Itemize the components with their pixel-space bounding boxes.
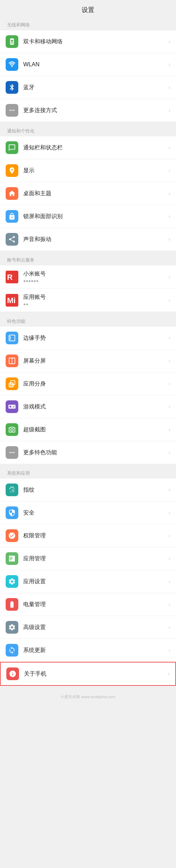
- svg-rect-3: [12, 42, 13, 44]
- item-update[interactable]: 系统更新 ›: [0, 639, 176, 662]
- sound-icon: [6, 233, 18, 246]
- item-security-label: 安全: [23, 509, 166, 517]
- desktop-icon: [6, 187, 18, 200]
- item-bluetooth-label: 蓝牙: [23, 84, 166, 91]
- item-appmanage-label: 应用管理: [23, 555, 166, 562]
- svg-point-18: [13, 452, 15, 453]
- section-header-wireless: 无线和网络: [0, 18, 176, 30]
- item-redmi-account[interactable]: R 小米账号 ●●●●●● ›: [0, 265, 176, 289]
- item-bluetooth[interactable]: 蓝牙 ›: [0, 76, 176, 99]
- section-body-wireless: 双卡和移动网络 › WLAN › 蓝牙 › 更多连接方式 ›: [0, 30, 176, 122]
- item-about[interactable]: 关于手机 ›: [0, 662, 176, 686]
- item-clone[interactable]: 应用分身 ›: [0, 373, 176, 395]
- chevron-icon: ›: [169, 647, 170, 653]
- section-header-notification: 通知和个性化: [0, 124, 176, 136]
- item-game[interactable]: 游戏模式 ›: [0, 395, 176, 418]
- item-advanced-label: 高级设置: [23, 624, 166, 631]
- item-split[interactable]: 屏幕分屏 ›: [0, 350, 176, 373]
- item-permission-label: 权限管理: [23, 532, 166, 540]
- notification-icon: [6, 141, 18, 154]
- item-sound[interactable]: 声音和振动 ›: [0, 228, 176, 251]
- chevron-icon: ›: [169, 190, 170, 197]
- svg-rect-11: [9, 335, 15, 341]
- chevron-icon: ›: [169, 601, 170, 608]
- game-icon: [6, 400, 18, 413]
- svg-point-6: [13, 110, 15, 111]
- update-icon: [6, 644, 18, 657]
- item-battery-label: 电量管理: [23, 601, 166, 608]
- item-notification-bar[interactable]: 通知栏和状态栏 ›: [0, 136, 176, 159]
- chevron-icon: ›: [169, 624, 170, 630]
- chevron-icon: ›: [169, 107, 170, 113]
- svg-text:R: R: [7, 273, 13, 282]
- section-header-account: 账号和云服务: [0, 253, 176, 265]
- chevron-icon: ›: [169, 84, 170, 91]
- lock-icon: [6, 210, 18, 223]
- chevron-icon: ›: [169, 533, 170, 539]
- chevron-icon: ›: [169, 274, 170, 280]
- item-more-connect[interactable]: 更多连接方式 ›: [0, 99, 176, 122]
- item-advanced[interactable]: 高级设置 ›: [0, 616, 176, 639]
- item-battery[interactable]: 电量管理 ›: [0, 593, 176, 616]
- svg-text:Mi: Mi: [7, 296, 15, 305]
- chevron-icon: ›: [169, 404, 170, 410]
- item-security[interactable]: 安全 ›: [0, 501, 176, 524]
- section-system: 系统和应用 指纹 › 安全 › 权限管理 › 应: [0, 467, 176, 686]
- wifi-icon: [6, 58, 18, 71]
- chevron-icon: ›: [169, 297, 170, 303]
- permission-icon: [6, 529, 18, 542]
- security-icon: [6, 506, 18, 519]
- more-feature-icon: [6, 446, 18, 459]
- item-sim[interactable]: 双卡和移动网络 ›: [0, 30, 176, 53]
- item-screenshot[interactable]: 超级截图 ›: [0, 418, 176, 441]
- page-title: 设置: [0, 0, 176, 18]
- appsetting-icon: [6, 575, 18, 588]
- item-more-feature-label: 更多特色功能: [23, 449, 166, 456]
- appmanage-icon: [6, 552, 18, 565]
- chevron-icon: ›: [169, 510, 170, 516]
- clone-icon: [6, 377, 18, 390]
- section-features: 特色功能 边缘手势 › 屏幕分屏 › 应用分身 ›: [0, 315, 176, 464]
- item-display-label: 显示: [23, 167, 166, 174]
- item-lock-label: 锁屏和面部识别: [23, 213, 166, 220]
- account-redmi-sub: ●●●●●●: [23, 278, 166, 283]
- item-more-feature[interactable]: 更多特色功能 ›: [0, 441, 176, 464]
- chevron-icon: ›: [169, 38, 170, 45]
- section-notification: 通知和个性化 通知栏和状态栏 › 显示 › 桌面和主题 ›: [0, 124, 176, 251]
- item-appmanage[interactable]: 应用管理 ›: [0, 547, 176, 570]
- item-desktop[interactable]: 桌面和主题 ›: [0, 182, 176, 205]
- chevron-icon: ›: [169, 335, 170, 341]
- svg-rect-1: [11, 40, 13, 42]
- fingerprint-icon: [6, 484, 18, 496]
- section-body-system: 指纹 › 安全 › 权限管理 › 应用管理 ›: [0, 479, 176, 686]
- chevron-icon: ›: [169, 555, 170, 562]
- chevron-icon: ›: [169, 236, 170, 242]
- chevron-icon: ›: [169, 578, 170, 585]
- item-more-connect-label: 更多连接方式: [23, 107, 166, 114]
- chevron-icon: ›: [169, 358, 170, 364]
- item-game-label: 游戏模式: [23, 403, 166, 411]
- section-body-features: 边缘手势 › 屏幕分屏 › 应用分身 › 游戏模式 ›: [0, 327, 176, 464]
- chevron-icon: ›: [169, 487, 170, 493]
- section-account: 账号和云服务 R 小米账号 ●●●●●● › Mi: [0, 253, 176, 312]
- item-desktop-label: 桌面和主题: [23, 190, 166, 197]
- battery-icon: [6, 598, 18, 611]
- split-icon: [6, 355, 18, 367]
- item-split-label: 屏幕分屏: [23, 357, 166, 365]
- item-screenshot-label: 超级截图: [23, 426, 166, 433]
- item-lock[interactable]: 锁屏和面部识别 ›: [0, 205, 176, 228]
- svg-point-16: [11, 452, 13, 453]
- item-fingerprint-label: 指纹: [23, 486, 166, 494]
- item-wifi[interactable]: WLAN ›: [0, 53, 176, 76]
- item-permission[interactable]: 权限管理 ›: [0, 524, 176, 547]
- sim-icon: [6, 35, 18, 48]
- section-header-features: 特色功能: [0, 315, 176, 327]
- bluetooth-icon: [6, 81, 18, 94]
- item-appsetting[interactable]: 应用设置 ›: [0, 570, 176, 593]
- item-fingerprint[interactable]: 指纹 ›: [0, 479, 176, 501]
- item-mi-account[interactable]: Mi 应用账号 ●● ›: [0, 289, 176, 312]
- edge-icon: [6, 332, 18, 344]
- item-edge[interactable]: 边缘手势 ›: [0, 327, 176, 350]
- item-display[interactable]: 显示 ›: [0, 159, 176, 182]
- chevron-icon: ›: [169, 144, 170, 151]
